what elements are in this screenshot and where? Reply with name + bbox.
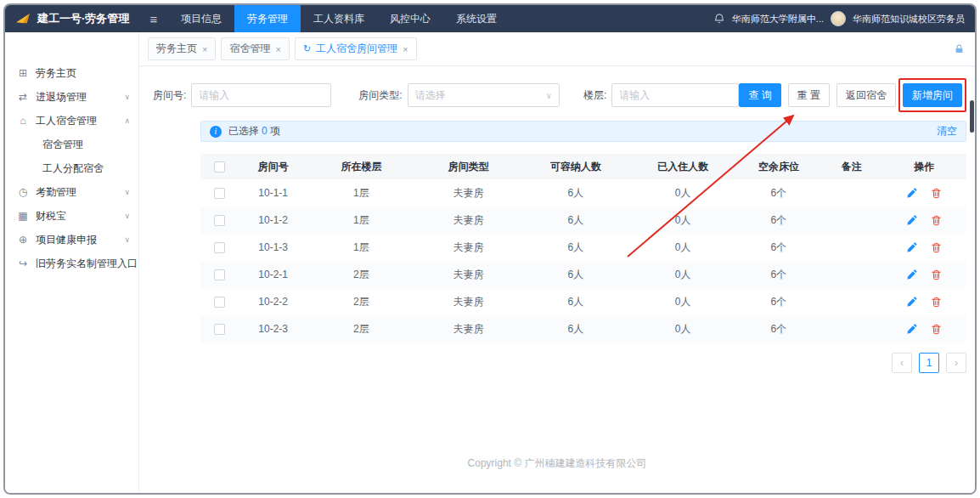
- tab[interactable]: 宿舍管理×: [221, 37, 289, 60]
- sidebar-item-label: 劳务主页: [36, 66, 76, 81]
- tab[interactable]: ↻工人宿舍房间管理×: [295, 37, 417, 60]
- pagination: ‹ 1 ›: [200, 353, 966, 373]
- nav-item[interactable]: 系统设置: [443, 5, 510, 32]
- cell-capacity: 6人: [522, 179, 629, 207]
- column-header: 所在楼层: [307, 154, 414, 179]
- dormitory-icon: ⌂: [17, 115, 29, 127]
- lock-icon[interactable]: [954, 43, 965, 54]
- sidebar-item[interactable]: ⊞劳务主页: [5, 61, 138, 85]
- edit-icon[interactable]: [906, 324, 917, 335]
- menu-collapse-icon[interactable]: ≡: [139, 12, 168, 26]
- cell-room_no: 10-1-2: [239, 207, 307, 234]
- cell-vacant: 6个: [736, 315, 820, 342]
- floor-input[interactable]: [611, 83, 739, 107]
- next-page-button[interactable]: ›: [946, 353, 966, 373]
- column-header: 可容纳人数: [522, 154, 629, 179]
- delete-icon[interactable]: [931, 324, 942, 335]
- select-all-checkbox[interactable]: [214, 161, 225, 173]
- room-no-label: 房间号:: [153, 88, 186, 103]
- tab[interactable]: 劳务主页×: [148, 37, 216, 60]
- edit-icon[interactable]: [906, 242, 917, 253]
- cell-floor: 2层: [307, 288, 414, 315]
- close-icon[interactable]: ×: [275, 44, 280, 54]
- close-icon[interactable]: ×: [403, 44, 408, 54]
- nav-item[interactable]: 工人资料库: [301, 5, 377, 32]
- room-no-input[interactable]: [191, 83, 331, 107]
- clear-selection-link[interactable]: 清空: [937, 124, 957, 139]
- row-checkbox[interactable]: [214, 215, 225, 226]
- tab-label: 宿舍管理: [229, 42, 270, 56]
- edit-icon[interactable]: [906, 188, 917, 199]
- nav-item[interactable]: 劳务管理: [234, 5, 301, 32]
- reset-button[interactable]: 重 置: [788, 83, 830, 107]
- cell-room_no: 10-2-2: [239, 288, 307, 315]
- cell-occupied: 0人: [629, 288, 736, 315]
- cell-actions: [882, 288, 966, 315]
- nav-item[interactable]: 项目信息: [168, 5, 234, 32]
- nav-item[interactable]: 风控中心: [377, 5, 443, 32]
- room-type-select-value: 请选择: [415, 88, 446, 103]
- row-checkbox[interactable]: [214, 269, 225, 280]
- delete-icon[interactable]: [931, 215, 942, 226]
- chevron-down-icon: ∨: [124, 188, 130, 196]
- refresh-icon[interactable]: ↻: [303, 43, 311, 54]
- sidebar-item[interactable]: ⌂工人宿舍管理∧: [5, 109, 138, 133]
- table-header-row: 房间号所在楼层房间类型可容纳人数已入住人数空余床位备注操作: [200, 154, 966, 179]
- edit-icon[interactable]: [906, 297, 917, 308]
- tab-bar: 劳务主页×宿舍管理×↻工人宿舍房间管理×: [139, 32, 975, 66]
- row-checkbox[interactable]: [214, 188, 225, 199]
- room-type-select[interactable]: 请选择 ∨: [408, 83, 560, 107]
- sidebar-item[interactable]: ⇄进退场管理∨: [5, 85, 138, 109]
- selection-alert: i 已选择0项 清空: [200, 121, 966, 142]
- column-header: 房间类型: [415, 154, 522, 179]
- edit-icon[interactable]: [906, 215, 917, 226]
- cell-capacity: 6人: [522, 207, 629, 234]
- dashboard-icon: ⊞: [17, 67, 29, 79]
- delete-icon[interactable]: [931, 188, 942, 199]
- cell-occupied: 0人: [629, 207, 736, 234]
- delete-icon[interactable]: [931, 269, 942, 280]
- delete-icon[interactable]: [931, 297, 942, 308]
- sidebar-subitem[interactable]: 宿舍管理: [5, 133, 138, 156]
- row-checkbox[interactable]: [214, 242, 225, 253]
- cell-type: 夫妻房: [415, 315, 522, 342]
- cell-capacity: 6人: [522, 234, 629, 261]
- cell-occupied: 0人: [629, 179, 736, 207]
- notification-bell-icon[interactable]: [713, 13, 725, 25]
- cell-remark: [821, 234, 882, 261]
- attendance-icon: ◷: [17, 186, 29, 198]
- delete-icon[interactable]: [931, 242, 942, 253]
- add-room-button[interactable]: 新增房间: [903, 83, 962, 107]
- search-button[interactable]: 查 询: [739, 83, 780, 107]
- sidebar-item[interactable]: ◷考勤管理∨: [5, 180, 138, 204]
- filter-bar: 房间号: 房间类型: 请选择 ∨ 楼层: 查 询 重 置 返回宿舍 新增房间: [139, 66, 975, 121]
- sidebar-item[interactable]: ↪旧劳务实名制管理入口: [5, 252, 138, 275]
- finance-icon: ▦: [17, 210, 29, 222]
- sidebar-subitem[interactable]: 工人分配宿舍: [5, 156, 138, 180]
- health-icon: ⊕: [17, 234, 29, 246]
- close-icon[interactable]: ×: [202, 44, 207, 54]
- sidebar-item-label: 旧劳务实名制管理入口: [36, 257, 138, 271]
- edit-icon[interactable]: [906, 269, 917, 280]
- table-row: 10-1-21层夫妻房6人0人6个: [200, 207, 966, 234]
- back-to-dormitory-button[interactable]: 返回宿舍: [836, 83, 896, 107]
- cell-floor: 2层: [307, 261, 414, 288]
- table-body: 10-1-11层夫妻房6人0人6个10-1-21层夫妻房6人0人6个10-1-3…: [200, 179, 966, 342]
- current-page-button[interactable]: 1: [919, 353, 939, 373]
- row-checkbox[interactable]: [214, 324, 225, 335]
- cell-vacant: 6个: [736, 288, 820, 315]
- project-name[interactable]: 华南师范大学附属中...: [732, 13, 824, 25]
- row-checkbox[interactable]: [214, 297, 225, 308]
- cell-capacity: 6人: [522, 288, 629, 315]
- tab-label: 工人宿舍房间管理: [316, 42, 397, 56]
- user-name[interactable]: 华南师范知识城校区劳务员: [853, 13, 965, 25]
- sidebar-item[interactable]: ⊕项目健康申报∨: [5, 228, 138, 252]
- user-avatar[interactable]: [831, 11, 846, 26]
- cell-floor: 2层: [307, 315, 414, 342]
- prev-page-button[interactable]: ‹: [892, 353, 912, 373]
- sidebar-item[interactable]: ▦财税宝∨: [5, 204, 138, 228]
- content-scrollbar[interactable]: [970, 100, 974, 133]
- sidebar-item-label: 项目健康申报: [36, 233, 97, 247]
- cell-type: 夫妻房: [415, 288, 522, 315]
- copyright-footer: Copyright © 广州穗建建造科技有限公司: [139, 456, 975, 493]
